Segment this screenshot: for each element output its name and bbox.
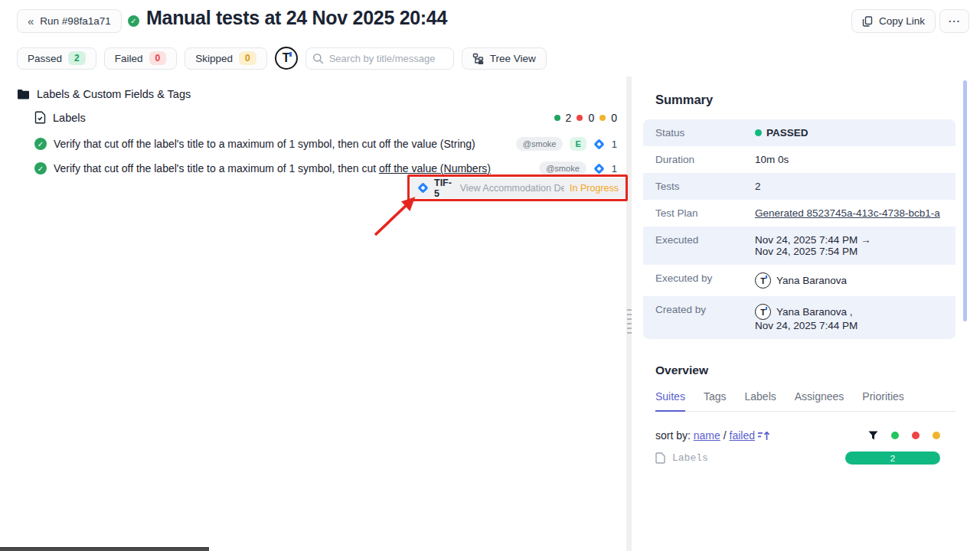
summary-heading: Summary	[655, 93, 713, 107]
test-title[interactable]: Verify that cut off the label's title to…	[54, 162, 491, 174]
executed-by-name: Yana Baranova	[776, 275, 847, 286]
user-avatar-icon	[755, 304, 771, 320]
back-chevrons-icon: «	[28, 15, 34, 28]
search-box	[305, 47, 454, 70]
tab-priorities[interactable]: Priorities	[862, 390, 903, 403]
created-by-value: Yana Baranova , Nov 24, 2025 7:44 PM	[755, 296, 864, 339]
filter-failed-label: Failed	[115, 53, 143, 64]
more-actions-button[interactable]: ⋯	[939, 9, 969, 33]
sort-separator: /	[724, 429, 727, 442]
failed-count-badge: 0	[149, 51, 167, 65]
passed-dot-icon	[554, 115, 560, 121]
skipped-count-badge: 0	[239, 51, 256, 65]
issue-count: 1	[612, 139, 617, 150]
created-by-date: Nov 24, 2025 7:44 PM	[755, 320, 858, 331]
summary-row-created-by: Created by Yana Baranova , Nov 24, 2025 …	[643, 296, 956, 339]
tree-folder-row[interactable]: Labels & Custom Fields & Tags	[17, 88, 191, 100]
filter-passed-button[interactable]: Passed 2	[17, 47, 96, 70]
filter-skipped-button[interactable]: Skipped 0	[185, 47, 266, 70]
tree-view-button[interactable]: Tree View	[462, 47, 547, 70]
sort-by-name-link[interactable]: name	[694, 429, 720, 442]
folder-name: Labels & Custom Fields & Tags	[37, 88, 191, 100]
copy-link-label: Copy Link	[879, 15, 925, 27]
sidebar-scrollbar-thumb[interactable]	[963, 80, 967, 321]
passed-count-badge: 2	[68, 51, 86, 65]
suite-name: Labels	[53, 112, 86, 124]
tab-labels[interactable]: Labels	[745, 390, 776, 403]
issue-count: 1	[612, 163, 617, 174]
tab-suites[interactable]: Suites	[655, 390, 685, 403]
test-title[interactable]: Verify that cut off the label's title to…	[54, 138, 475, 150]
duration-value: 10m 0s	[755, 146, 795, 173]
summary-row-status: Status PASSED	[643, 119, 956, 146]
filter-failed-button[interactable]: Failed 0	[104, 47, 177, 70]
sort-by-label: sort by:	[655, 429, 691, 442]
legend-failed-dot-icon	[912, 432, 920, 439]
status-label: Status	[643, 119, 755, 146]
test-plan-link[interactable]: Generated 8523745a-413c-4738-bcb1-a	[755, 207, 940, 219]
summary-row-executed-by: Executed by Yana Baranova	[643, 265, 956, 296]
executed-end: Nov 24, 2025 7:54 PM	[755, 246, 871, 257]
skipped-dot-icon	[599, 115, 606, 121]
executed-value: Nov 24, 2025 7:44 PM → Nov 24, 2025 7:54…	[755, 227, 877, 265]
suite-skipped-count: 0	[611, 112, 617, 124]
search-input[interactable]	[305, 47, 454, 70]
duration-label: Duration	[643, 146, 755, 173]
sort-direction-icon[interactable]	[758, 431, 770, 441]
legend-skipped-dot-icon	[933, 432, 940, 439]
linked-issue-popup[interactable]: TIF-5 View Accommodation Det... In Progr…	[410, 178, 626, 198]
filter-funnel-icon[interactable]	[868, 431, 878, 440]
tab-assignees[interactable]: Assignees	[795, 390, 844, 403]
test-passed-check-icon: ✓	[34, 138, 47, 150]
status-text: PASSED	[766, 127, 808, 139]
jira-issue-icon[interactable]	[593, 139, 605, 150]
test-title-text: Verify that cut off the label's title to…	[54, 162, 379, 174]
created-by-label: Created by	[643, 296, 755, 339]
jira-issue-icon	[417, 182, 429, 194]
tree-suite-row[interactable]: Labels 2 0 0	[34, 111, 617, 124]
back-to-run-button[interactable]: « Run #98fa1a71	[17, 9, 122, 33]
search-icon	[312, 53, 324, 64]
tree-view-icon	[472, 53, 484, 64]
divider-grip-handle[interactable]	[627, 309, 632, 334]
status-dot-icon	[755, 129, 762, 136]
sort-controls: sort by: name / failed	[655, 429, 940, 442]
back-button-label: Run #98fa1a71	[40, 15, 110, 27]
issue-key: TIF-5	[434, 178, 455, 199]
overview-suite-name: Labels	[672, 452, 708, 464]
run-passed-check-icon: ✓	[128, 15, 139, 27]
created-by-name: Yana Baranova ,	[776, 306, 853, 318]
bottom-scrollbar-thumb[interactable]	[0, 547, 209, 551]
filter-skipped-label: Skipped	[195, 53, 233, 64]
test-row[interactable]: ✓ Verify that cut off the label's title …	[34, 137, 617, 151]
filter-passed-label: Passed	[28, 53, 62, 64]
folder-icon	[17, 89, 30, 100]
tag-badge[interactable]: @smoke	[516, 137, 564, 151]
issue-status-badge: In Progress	[570, 183, 619, 194]
overview-suite-row[interactable]: Labels 2	[655, 452, 940, 465]
summary-row-executed: Executed Nov 24, 2025 7:44 PM → Nov 24, …	[643, 227, 956, 265]
test-row[interactable]: ✓ Verify that cut off the label's title …	[34, 161, 617, 175]
suite-failed-count: 0	[588, 112, 594, 124]
environment-badge[interactable]: E	[570, 137, 586, 151]
summary-row-tests: Tests 2	[643, 173, 956, 200]
file-icon	[655, 452, 665, 464]
tab-tags[interactable]: Tags	[704, 390, 727, 403]
failed-dot-icon	[577, 115, 583, 121]
assignee-avatar[interactable]	[275, 47, 298, 70]
tree-view-label: Tree View	[490, 53, 536, 64]
executed-by-value: Yana Baranova	[755, 265, 853, 296]
status-value: PASSED	[755, 119, 815, 146]
filter-bar: Passed 2 Failed 0 Skipped 0 Tree View	[17, 47, 547, 70]
tag-badge[interactable]: @smoke	[539, 161, 586, 175]
test-title-hovered-text: off the value (Numbers)	[379, 162, 491, 174]
overview-tabs: Suites Tags Labels Assignees Priorities	[655, 390, 956, 412]
suite-doc-check-icon	[34, 111, 46, 124]
issue-title: View Accommodation Det...	[460, 183, 564, 194]
copy-link-button[interactable]: Copy Link	[851, 9, 936, 33]
page-title: Manual tests at 24 Nov 2025 20:44	[146, 7, 447, 29]
summary-row-test-plan: Test Plan Generated 8523745a-413c-4738-b…	[643, 200, 956, 227]
passed-progress-bar[interactable]: 2	[845, 452, 940, 465]
sort-by-failed-link[interactable]: failed	[730, 429, 755, 442]
jira-issue-icon[interactable]	[593, 163, 605, 174]
